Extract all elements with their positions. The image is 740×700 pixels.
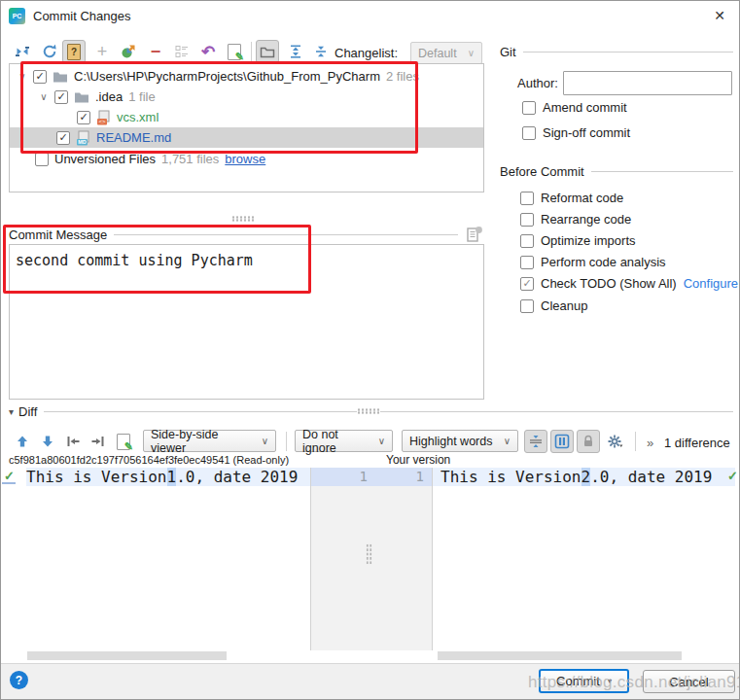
collapse-all-button[interactable] xyxy=(309,40,333,63)
tree-row-project[interactable]: ∨ C:\Users\HP\PycharmProjects\Github_Fro… xyxy=(10,66,483,87)
diff-gutter-handle[interactable] xyxy=(366,543,372,565)
title-bar: PC Commit Changes ✕ xyxy=(1,1,739,30)
toolbar-separator xyxy=(286,432,287,451)
check-todo-option[interactable]: Check TODO (Show All) Configure xyxy=(520,276,738,291)
author-input[interactable] xyxy=(563,71,732,95)
browse-link[interactable]: browse xyxy=(225,152,265,166)
rearrange-option[interactable]: Rearrange code xyxy=(520,212,631,227)
cleanup-option[interactable]: Cleanup xyxy=(520,298,587,313)
rearrange-checkbox[interactable] xyxy=(520,213,534,227)
undo-icon: ↶ xyxy=(201,44,215,60)
window-title: Commit Changes xyxy=(33,9,130,23)
optimize-imports-option[interactable]: Optimize imports xyxy=(520,233,636,248)
right-scrollbar-thumb[interactable] xyxy=(438,651,682,660)
reformat-option[interactable]: Reformat code xyxy=(520,191,623,205)
svg-text:<>: <> xyxy=(98,119,106,124)
before-commit-header: Before Commit xyxy=(500,164,733,179)
diff-settings-button[interactable] xyxy=(603,430,626,453)
signoff-checkbox[interactable] xyxy=(522,126,536,140)
diff-text: .0, date 2019 xyxy=(176,468,298,486)
arrow-into-bracket-left-icon xyxy=(65,435,81,448)
show-unversioned-toggle[interactable]: ? xyxy=(62,40,86,63)
next-difference-button[interactable] xyxy=(36,430,59,453)
commit-message-panel: second commit using Pycharm xyxy=(9,244,484,400)
difference-count: 1 difference xyxy=(664,436,730,450)
tree-row-meta: 1 file xyxy=(128,89,155,104)
group-by-directory-toggle[interactable] xyxy=(256,40,279,63)
changelist-value: Default xyxy=(418,47,457,60)
rollback-button[interactable]: ↶ xyxy=(196,40,220,63)
delete-button[interactable]: − xyxy=(144,40,167,63)
commit-message-header: Commit Message xyxy=(9,226,484,243)
chevron-down-icon[interactable]: ∨ xyxy=(18,71,27,82)
changelist-dropdown[interactable]: Default ∨ xyxy=(410,42,482,64)
plus-icon: + xyxy=(97,43,108,60)
diff-splitter-handle[interactable] xyxy=(357,408,380,414)
unversioned-checkbox[interactable] xyxy=(35,153,49,166)
line-number-right: 1 xyxy=(368,468,424,486)
collapse-unchanged-toggle[interactable] xyxy=(524,430,547,453)
synchronize-scrolling-toggle[interactable] xyxy=(550,430,574,453)
edit-source-button[interactable]: ✎ xyxy=(112,430,135,453)
tree-row-readme[interactable]: MD README.md xyxy=(10,127,483,148)
divider xyxy=(591,171,733,172)
amend-commit-option[interactable]: Amend commit xyxy=(522,100,627,115)
changes-tree-panel: ∨ C:\Users\HP\PycharmProjects\Github_Fro… xyxy=(9,63,484,192)
tree-row-unversioned[interactable]: Unversioned Files 1,751 files browse xyxy=(10,149,483,169)
jump-to-source-right-button[interactable] xyxy=(87,430,110,453)
commit-changes-dialog: PC Commit Changes ✕ ? + − ↶ ✎ Changelist… xyxy=(0,0,740,700)
whitespace-dropdown[interactable]: Do not ignore ∨ xyxy=(295,430,393,452)
commit-button[interactable]: Commit ▾ xyxy=(539,669,629,693)
edit-file-icon: ✎ xyxy=(117,434,130,450)
configure-link[interactable]: Configure xyxy=(684,276,738,291)
vcs-checkbox[interactable] xyxy=(77,111,90,124)
minus-icon: − xyxy=(151,43,161,60)
close-icon[interactable]: ✕ xyxy=(710,6,729,25)
tree-row-idea[interactable]: ∨ .idea 1 file xyxy=(10,87,483,107)
amend-checkbox[interactable] xyxy=(522,101,536,115)
help-button[interactable]: ? xyxy=(10,671,28,689)
splitter-handle[interactable] xyxy=(231,216,255,222)
commit-message-input[interactable]: second commit using Pycharm xyxy=(10,245,483,276)
todo-checkbox[interactable] xyxy=(520,277,534,291)
disable-editing-toggle[interactable] xyxy=(577,430,600,453)
cleanup-checkbox[interactable] xyxy=(520,299,534,313)
jump-to-source-left-button[interactable] xyxy=(61,430,85,453)
diff-right-line: This is Version 2.0, date 2019 xyxy=(433,468,735,486)
prev-difference-button[interactable] xyxy=(11,430,34,453)
left-scrollbar-thumb[interactable] xyxy=(27,651,227,660)
group-changelist-button[interactable] xyxy=(170,40,194,63)
tree-row-vcs-xml[interactable]: <> vcs.xml xyxy=(10,107,483,127)
check-icon: ✓ xyxy=(727,470,738,482)
signoff-commit-option[interactable]: Sign-off commit xyxy=(522,125,630,140)
highlight-mode-dropdown[interactable]: Highlight words ∨ xyxy=(402,430,518,452)
commit-history-icon[interactable] xyxy=(466,226,484,243)
more-chevrons-icon[interactable]: » xyxy=(647,436,653,450)
optimize-label: Optimize imports xyxy=(541,233,636,248)
reformat-checkbox[interactable] xyxy=(520,192,534,205)
tree-row-label: C:\Users\HP\PycharmProjects\Github_From_… xyxy=(74,69,380,84)
commit-button-label: Commit xyxy=(556,674,600,688)
optimize-checkbox[interactable] xyxy=(520,234,534,248)
arrow-down-icon xyxy=(41,435,54,448)
show-diff-button[interactable] xyxy=(11,40,34,63)
expand-all-button[interactable] xyxy=(284,40,307,63)
readme-checkbox[interactable] xyxy=(56,131,70,145)
move-changes-icon xyxy=(121,44,136,59)
move-to-changelist-button[interactable] xyxy=(117,40,140,63)
analysis-checkbox[interactable] xyxy=(520,256,534,269)
chevron-down-icon[interactable]: ∨ xyxy=(39,91,49,102)
project-checkbox[interactable] xyxy=(33,70,47,84)
tree-row-label: .idea xyxy=(95,89,123,104)
edit-changelist-button[interactable]: ✎ xyxy=(223,40,246,63)
viewer-mode-dropdown[interactable]: Side-by-side viewer ∨ xyxy=(143,430,276,452)
arrow-up-icon xyxy=(16,435,29,448)
check-icon: ✓ xyxy=(4,470,15,482)
refresh-button[interactable] xyxy=(38,40,61,63)
chevron-down-icon: ∨ xyxy=(504,436,511,446)
cancel-button[interactable]: Cancel xyxy=(643,670,735,693)
idea-checkbox[interactable] xyxy=(54,90,68,104)
code-analysis-option[interactable]: Perform code analysis xyxy=(520,255,666,269)
add-button[interactable]: + xyxy=(90,40,114,63)
chevron-down-icon[interactable]: ▾ xyxy=(9,406,14,417)
